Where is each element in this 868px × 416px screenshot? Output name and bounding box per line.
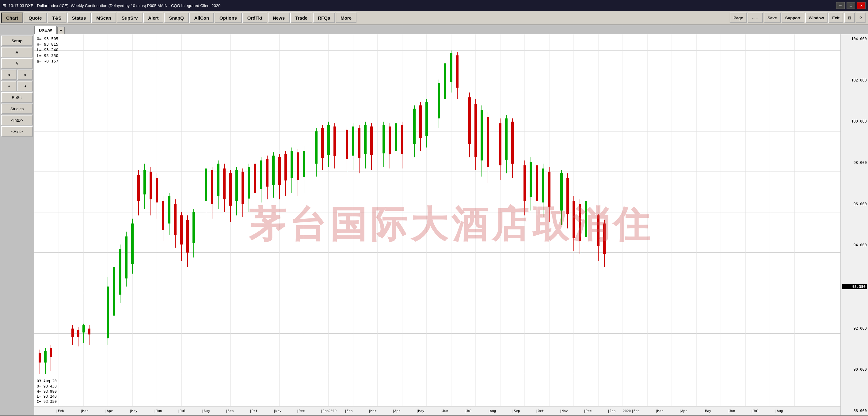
svg-rect-118 (303, 151, 305, 178)
svg-rect-174 (524, 165, 526, 201)
svg-rect-76 (168, 196, 170, 224)
menu-btn-rfqs[interactable]: RFQs (313, 12, 335, 23)
time-label-feb20: |Feb (631, 409, 640, 413)
hdr-btn-4[interactable]: Window (805, 12, 828, 23)
menu-btn-ts[interactable]: T&S (48, 12, 66, 23)
bottom-high: H= 93.980 (37, 389, 57, 394)
svg-rect-64 (131, 224, 134, 264)
menu-btn-alert[interactable]: Alert (143, 12, 163, 23)
menu-btn-ordtkt[interactable]: OrdTkt (242, 12, 267, 23)
svg-rect-156 (450, 53, 453, 82)
price-102: 102.000 (842, 78, 867, 83)
svg-rect-50 (77, 330, 80, 337)
time-label-may: |May (129, 409, 137, 413)
svg-rect-128 (346, 130, 348, 159)
hdr-btn-2[interactable]: Save (764, 12, 780, 23)
maximize-button[interactable]: □ (846, 2, 855, 9)
menu-btn-snapq[interactable]: SnapQ (164, 12, 188, 23)
ohlc-high: H= 93.815 (37, 42, 58, 47)
menu-btn-status[interactable]: Status (67, 12, 91, 23)
time-label-jan20: |Jan (608, 409, 616, 413)
svg-rect-186 (566, 178, 569, 214)
svg-rect-134 (364, 125, 367, 154)
bottom-low: L= 93.240 (37, 394, 57, 399)
svg-rect-194 (597, 215, 599, 246)
svg-rect-42 (39, 353, 41, 363)
ohlc-info: O= 93.505 H= 93.815 L= 93.240 L= 93.350 … (37, 36, 58, 64)
bottom-open: O= 93.430 (37, 384, 57, 389)
candlestick-chart (34, 34, 840, 406)
hdr-btn-0[interactable]: Page (730, 12, 747, 23)
time-label-mar19: |Mar (368, 409, 377, 413)
time-label-aug20: |Aug (775, 409, 783, 413)
svg-rect-132 (358, 128, 361, 158)
svg-rect-48 (71, 329, 74, 337)
svg-rect-104 (260, 161, 262, 189)
menu-btn-supsrv[interactable]: SupSrv (117, 12, 143, 23)
time-label-nov: |Nov (273, 409, 282, 413)
svg-rect-126 (334, 127, 336, 156)
menu-btn-options[interactable]: Options (215, 12, 242, 23)
tool1-button[interactable]: ≈ (1, 69, 17, 80)
menu-btn-allcon[interactable]: AllCon (189, 12, 214, 23)
tool4-button[interactable]: ✦ (18, 81, 33, 91)
svg-rect-96 (236, 170, 238, 201)
chart-area[interactable]: O= 93.505 H= 93.815 L= 93.240 L= 93.350 … (34, 34, 868, 415)
time-label-jan19: |Jan (320, 409, 329, 413)
svg-rect-154 (444, 63, 446, 99)
svg-rect-122 (321, 128, 324, 158)
price-axis: 104.000 102.000 100.000 98.000 96.000 94… (840, 34, 868, 415)
svg-rect-70 (150, 172, 152, 199)
price-88: 88.000 (842, 409, 867, 413)
svg-rect-66 (137, 175, 140, 201)
sidebar: Setup 🖨 ✎ ≈ ≈ ✦ ✦ ReScl Studies <IntD> <… (0, 34, 34, 415)
window-controls: ─ □ ✕ (836, 2, 866, 9)
svg-rect-196 (603, 224, 606, 254)
svg-rect-90 (217, 164, 219, 196)
time-label-mar20: |Mar (655, 409, 663, 413)
svg-rect-136 (370, 127, 373, 155)
svg-rect-80 (180, 215, 183, 245)
rescl-button[interactable]: ReScl (1, 92, 33, 103)
svg-rect-44 (44, 351, 46, 363)
intd-button[interactable]: <IntD> (1, 115, 33, 125)
add-tab-button[interactable]: + (57, 27, 65, 34)
menu-btn-mscan[interactable]: MScan (91, 12, 116, 23)
chart-tab[interactable]: DXE,W (34, 26, 57, 34)
setup-button[interactable]: Setup (1, 35, 33, 46)
hist-button[interactable]: <Hist> (1, 126, 33, 137)
hdr-btn-3[interactable]: Support (781, 12, 804, 23)
tool2-button[interactable]: ≈ (18, 69, 33, 80)
svg-rect-114 (290, 151, 293, 178)
studies-button[interactable]: Studies (1, 103, 33, 114)
svg-rect-78 (174, 204, 177, 235)
hdr-btn-5[interactable]: Exit (829, 12, 843, 23)
svg-rect-106 (266, 159, 269, 187)
menu-btn-quote[interactable]: Quote (24, 12, 46, 23)
svg-rect-84 (192, 212, 195, 243)
svg-rect-184 (560, 173, 563, 211)
hdr-btn-7[interactable]: ? (856, 12, 866, 23)
time-year-2020: 2020 (623, 409, 631, 413)
svg-rect-102 (254, 164, 256, 193)
svg-rect-62 (125, 236, 127, 279)
menu-btn-trade[interactable]: Trade (290, 12, 312, 23)
edit-button[interactable]: ✎ (1, 58, 33, 69)
time-label-dec: |Dec (297, 409, 305, 413)
tool3-button[interactable]: ✦ (1, 81, 17, 91)
close-button[interactable]: ✕ (857, 2, 866, 9)
time-label-apr19: |Apr (392, 409, 401, 413)
menu-btn-news[interactable]: News (268, 12, 290, 23)
svg-rect-88 (211, 170, 213, 204)
ohlc-low2: L= 93.350 (37, 53, 58, 59)
print-button[interactable]: 🖨 (1, 47, 33, 57)
header-right-buttons: Page←→SaveSupportWindowExit⊡? (730, 12, 867, 23)
menu-btn-more[interactable]: More (336, 12, 356, 23)
svg-rect-98 (242, 172, 244, 204)
minimize-button[interactable]: ─ (836, 2, 845, 9)
title-bar: ⊞ 13:17:03 DXE - Dollar Index (ICE), Wee… (0, 0, 868, 11)
hdr-btn-6[interactable]: ⊡ (844, 12, 855, 23)
menu-btn-chart[interactable]: Chart (1, 12, 23, 23)
hdr-btn-1[interactable]: ←→ (748, 12, 763, 23)
svg-rect-86 (205, 168, 207, 201)
